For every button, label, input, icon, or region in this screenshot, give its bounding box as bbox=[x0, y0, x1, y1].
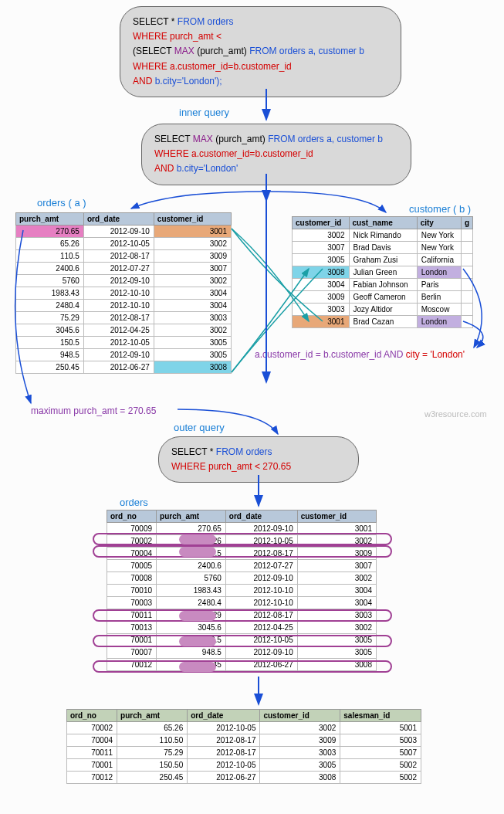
label-customer-b: customer ( b ) bbox=[409, 203, 471, 215]
label-max-result: maximum purch_amt = 270.65 bbox=[31, 405, 156, 416]
sql-box-inner-query: SELECT MAX (purch_amt) FROM orders a, cu… bbox=[141, 124, 411, 185]
table-result: ord_no purch_amt ord_date customer_id sa… bbox=[66, 709, 421, 784]
selection-ring bbox=[93, 609, 392, 622]
label-orders: orders bbox=[120, 497, 148, 508]
label-outer-query: outer query bbox=[174, 422, 225, 433]
selection-ring bbox=[93, 660, 392, 673]
selection-ring bbox=[93, 545, 392, 558]
table-customer-b: customer_id cust_name city g 3002Nick Ri… bbox=[292, 216, 473, 328]
selection-pill bbox=[179, 534, 216, 544]
label-orders-a: orders ( a ) bbox=[37, 197, 86, 209]
label-inner-query: inner query bbox=[179, 107, 229, 118]
selection-ring bbox=[93, 635, 392, 647]
label-join-condition: a.customer_id = b.customer_id AND city =… bbox=[255, 349, 465, 360]
table-orders-a: purch_amt ord_date customer_id 270.65201… bbox=[15, 212, 232, 374]
watermark: w3resource.com bbox=[425, 409, 487, 419]
selection-pill bbox=[179, 636, 216, 646]
selection-ring bbox=[93, 533, 392, 545]
sql-box-outer-resolved: SELECT * FROM orders WHERE purch_amt < 2… bbox=[158, 436, 359, 483]
sql-box-full-query: SELECT * FROM orders WHERE purch_amt < (… bbox=[120, 6, 401, 97]
selection-pill bbox=[179, 611, 216, 621]
selection-pill bbox=[179, 547, 216, 557]
selection-pill bbox=[179, 662, 216, 672]
